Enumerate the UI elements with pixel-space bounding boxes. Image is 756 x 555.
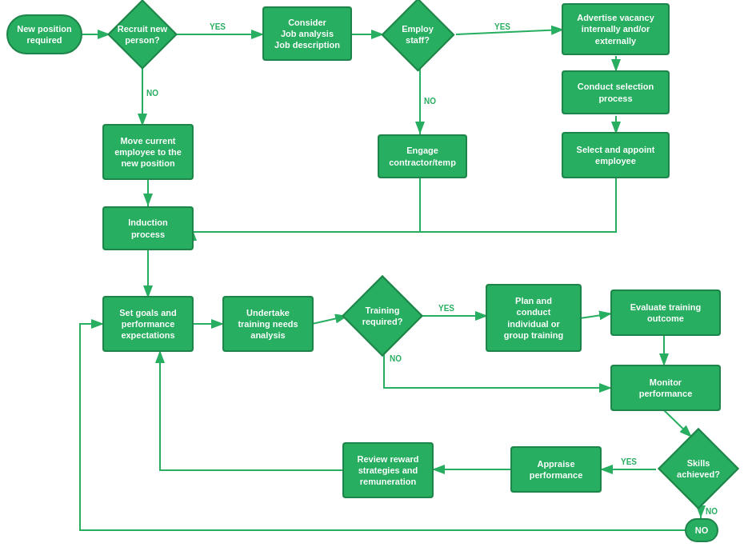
select-appoint-node: Select and appointemployee bbox=[562, 132, 670, 178]
recruit-new-node: Recruit newperson? bbox=[104, 4, 181, 65]
svg-text:YES: YES bbox=[438, 304, 454, 313]
svg-text:YES: YES bbox=[494, 22, 510, 31]
evaluate-training-node: Evaluate trainingoutcome bbox=[610, 289, 721, 336]
employ-staff-node: Employstaff? bbox=[378, 4, 458, 65]
monitor-performance-node: Monitorperformance bbox=[610, 365, 721, 411]
svg-text:YES: YES bbox=[621, 457, 637, 466]
new-position-node: New position required bbox=[6, 14, 82, 54]
move-employee-node: Move currentemployee to thenew position bbox=[102, 124, 194, 180]
no-loop-node: NO bbox=[685, 518, 718, 542]
svg-line-19 bbox=[580, 313, 612, 318]
svg-text:NO: NO bbox=[706, 507, 718, 516]
consider-job-node: ConsiderJob analysisJob description bbox=[262, 6, 352, 61]
plan-conduct-node: Plan andconductindividual orgroup traini… bbox=[486, 284, 582, 352]
appraise-node: Appraiseperformance bbox=[510, 446, 602, 493]
svg-text:NO: NO bbox=[146, 89, 158, 98]
induction-node: Inductionprocess bbox=[102, 206, 194, 250]
set-goals-node: Set goals andperformanceexpectations bbox=[102, 296, 194, 352]
svg-text:NO: NO bbox=[390, 354, 402, 363]
conduct-selection-node: Conduct selectionprocess bbox=[562, 70, 670, 114]
training-required-node: Trainingrequired? bbox=[342, 280, 422, 352]
flowchart: YES YES NO NO YES bbox=[0, 0, 756, 555]
engage-contractor-node: Engagecontractor/temp bbox=[378, 134, 467, 178]
svg-line-5 bbox=[456, 30, 564, 34]
svg-text:YES: YES bbox=[210, 22, 226, 31]
svg-text:NO: NO bbox=[424, 97, 436, 106]
review-reward-node: Review rewardstrategies andremuneration bbox=[342, 442, 434, 498]
undertake-training-node: Undertaketraining needsanalysis bbox=[222, 296, 314, 352]
skills-achieved-node: Skillsachieved? bbox=[654, 433, 742, 504]
advertise-node: Advertise vacancyinternally and/orextern… bbox=[562, 3, 670, 55]
